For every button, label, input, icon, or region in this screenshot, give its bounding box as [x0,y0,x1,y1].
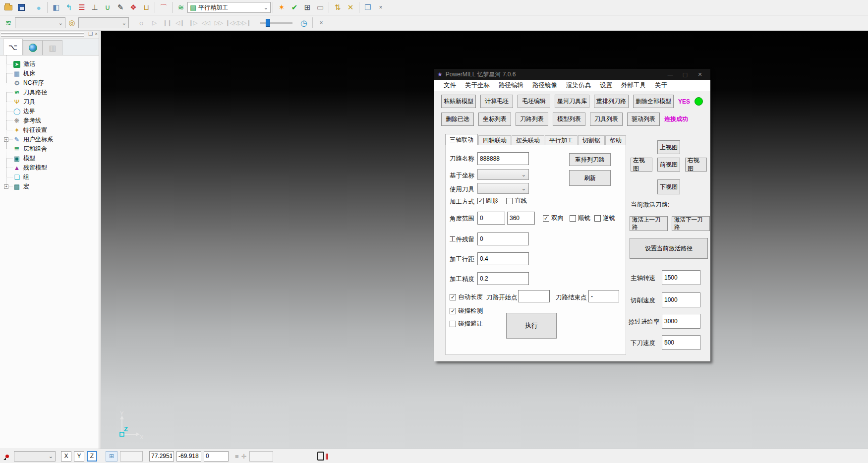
tree-item-toolpaths[interactable]: ≋刀具路径 [4,88,99,97]
simulation-toolpath-combobox[interactable]: ⌄ [15,17,65,28]
expand-icon[interactable]: + [4,184,8,189]
active-toolpath-combobox[interactable]: ▤ 平行精加工 ⌄ [187,2,271,13]
tree-item-tools[interactable]: Ψ刀具 [4,97,99,107]
tool-list-button[interactable]: 刀具列表 [590,113,623,126]
angle-to-input[interactable] [507,212,535,225]
block-button[interactable]: ◧ [50,1,62,13]
conventional-mill-checkbox[interactable]: ✓逆铣 [594,214,615,223]
tree-item-patterns[interactable]: ❋参考线 [4,116,99,125]
tolerance-input[interactable] [477,272,529,285]
arc-tool-button[interactable]: ⌒ [157,1,170,13]
coordinate-y-field[interactable] [176,451,201,462]
plunge-feed-input[interactable] [662,335,700,350]
close-panel-icon[interactable]: × [95,31,98,37]
tab-4axis[interactable]: 四轴联动 [478,135,511,145]
axis-z-button[interactable]: Z [87,451,97,462]
line-checkbox[interactable]: ✓直线 [506,197,527,205]
curve-u-button[interactable]: ∪ [101,1,114,13]
use-tool-dropdown[interactable]: ⌄ [477,183,529,194]
drive-list-button[interactable]: 驱动列表 [627,113,660,126]
pause-button[interactable]: ❙❙ [161,17,174,29]
close-dialog-button[interactable]: ✕ [693,71,707,78]
workplane-field[interactable] [249,451,273,462]
menu-about[interactable]: 关于 [650,81,672,90]
execute-button[interactable]: 执行 [506,313,557,339]
coordinate-z-field[interactable] [204,451,229,462]
view-front-button[interactable]: 前视图 [657,158,680,172]
toolpath-button-2[interactable]: ≋ [2,17,15,29]
collision-avoid-checkbox[interactable]: ✓碰撞避让 [450,320,483,328]
bidirectional-checkbox[interactable]: ✓双向 [543,214,564,223]
simulation-tool-combobox[interactable]: ⌄ [78,17,129,28]
view-top-button[interactable]: 上视图 [657,140,680,154]
play-button[interactable]: ▷ [148,17,161,29]
open-project-button[interactable] [2,1,15,13]
stock-allowance-input[interactable] [477,232,529,245]
menu-file[interactable]: 文件 [439,81,461,90]
activate-prev-toolpath-button[interactable]: 激活上一刀路 [630,216,668,231]
delete-selected-button[interactable]: 删除已选 [441,113,474,126]
tree-item-feature-sets[interactable]: ✦特征设置 [4,125,99,135]
verify-toolpath-button[interactable]: ✔ [288,1,301,13]
tab-recycle-bin[interactable]: ▥ [43,40,62,55]
maximize-button[interactable]: ▢ [678,71,693,78]
snap-mode-combobox[interactable]: ⌄ [14,451,56,462]
base-coord-dropdown[interactable]: ⌄ [477,169,529,180]
start-point-input[interactable] [518,290,550,302]
float-panel-icon[interactable]: ❐ [88,31,93,37]
refresh-button[interactable]: 刷新 [569,170,611,186]
raster-strategy-button[interactable]: ☰ [75,1,88,13]
tab-saw-cut[interactable]: 切割锯 [578,135,605,145]
axis-x-button[interactable]: X [61,451,71,462]
simulation-clock-button[interactable]: ◷ [297,17,310,29]
simulation-speed-slider[interactable] [260,19,292,27]
menu-render-sim[interactable]: 渲染仿真 [562,81,595,90]
tree-item-machine[interactable]: ▦机床 [4,69,99,78]
tool-block-button[interactable]: ⊔ [140,1,153,13]
step-back-button[interactable]: ◁❙ [174,17,186,29]
fast-forward-button[interactable]: ▷▷ [212,17,225,29]
tree-item-boundaries[interactable]: ◯边界 [4,107,99,116]
tree-item-groups[interactable]: ❏组 [4,173,99,182]
calc-block-button[interactable]: 计算毛坯 [480,95,513,108]
slider-handle[interactable] [266,19,270,27]
coord-list-button[interactable]: 坐标列表 [478,113,511,126]
dialog-titlebar[interactable]: ★ PowerMILL 忆梦星河 7.0.6 — ▢ ✕ [434,69,710,80]
delete-all-models-button[interactable]: 删除全部模型 [633,95,674,108]
leads-links-button[interactable]: ↰ [62,1,75,13]
tree-item-workplanes[interactable]: +✎用户坐标系 [4,135,99,144]
tool-library-button[interactable]: 星河刀具库 [555,95,589,108]
end-point-input[interactable] [588,290,619,302]
go-to-start-button[interactable]: ❙◁◁ [225,17,238,29]
view-left-button[interactable]: 左视图 [631,158,652,172]
close-toolbar-button[interactable]: × [374,1,387,13]
edit-block-button[interactable]: 毛坯编辑 [518,95,550,108]
point-snap-split-button[interactable] [2,451,11,461]
tab-help[interactable]: 帮助 [605,135,626,145]
boxes-button[interactable]: ❒ [361,1,374,13]
measure-button[interactable]: ▭ [314,1,327,13]
menu-external-tools[interactable]: 外部工具 [617,81,650,90]
reorder-toolpath-button[interactable]: 重排列刀路 [569,153,611,166]
minimize-button[interactable]: — [663,71,678,77]
tree-item-activate[interactable]: ➤激活 [4,59,99,69]
menu-path-edit[interactable]: 路径编辑 [494,81,528,90]
toolpath-list-button[interactable]: 刀路列表 [516,113,548,126]
tab-swivel-head[interactable]: 摆头联动 [512,135,544,145]
tab-explorer-tree[interactable]: ⌥ [3,39,23,55]
activate-next-toolpath-button[interactable]: 激活下一刀路 [672,216,710,231]
tool-change-button[interactable]: ⇅ [331,1,344,13]
toolpath-name-input[interactable] [477,152,529,165]
pattern-points-button[interactable]: ❖ [127,1,140,13]
paste-new-model-button[interactable]: 粘贴新模型 [441,95,476,108]
highlight-button[interactable]: ○ [135,17,148,29]
view-bottom-button[interactable]: 下视图 [657,179,680,194]
tree-item-macros[interactable]: +▤宏 [4,182,99,191]
grid-size-field[interactable] [120,451,143,462]
tree-item-nc-programs[interactable]: ⚙NC程序 [4,78,99,88]
find-tool-button[interactable]: ◎ [65,17,78,29]
tree-item-levels[interactable]: ≣层和组合 [4,144,99,154]
tab-3axis[interactable]: 三轴联动 [445,134,478,145]
coordinate-x-field[interactable] [149,451,174,462]
rewind-button[interactable]: ◁◁ [199,17,212,29]
